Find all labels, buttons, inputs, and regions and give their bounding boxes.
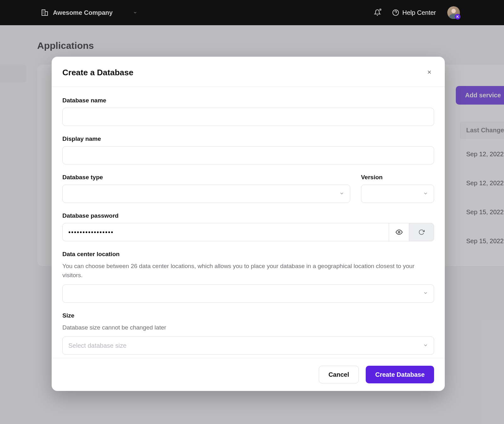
size-label: Size: [62, 312, 434, 319]
svg-point-9: [398, 231, 400, 233]
chevron-down-icon: [423, 190, 428, 198]
size-help-text: Database size cannot be changed later: [62, 323, 434, 332]
modal-footer: Cancel Create Database: [52, 358, 445, 391]
building-icon: [41, 9, 49, 16]
chevron-down-icon: [423, 342, 428, 349]
database-password-input[interactable]: ••••••••••••••••: [62, 223, 389, 241]
field-display-name: Display name: [62, 135, 434, 164]
help-icon: [392, 9, 399, 16]
field-database-type: Database type: [62, 174, 350, 203]
field-data-center-location: Data center location You can choose betw…: [62, 251, 434, 303]
close-button[interactable]: [425, 67, 434, 78]
location-label: Data center location: [62, 251, 434, 258]
cancel-button[interactable]: Cancel: [319, 366, 359, 383]
modal-header: Create a Database: [52, 57, 445, 87]
display-name-input[interactable]: [62, 146, 434, 164]
header-actions: Help Center K: [374, 6, 460, 19]
password-value: ••••••••••••••••: [68, 229, 114, 236]
modal-body: Database name Display name Database type: [52, 87, 445, 358]
chevron-down-icon: [339, 190, 344, 198]
help-center-link[interactable]: Help Center: [392, 9, 436, 16]
notification-dot: [379, 9, 381, 11]
avatar-badge: K: [455, 14, 461, 20]
chevron-down-icon: [423, 290, 428, 297]
svg-rect-1: [45, 12, 48, 15]
location-help-text: You can choose between 26 data center lo…: [62, 261, 434, 280]
user-menu[interactable]: K: [447, 6, 460, 19]
database-name-label: Database name: [62, 97, 434, 104]
chevron-down-icon: [133, 10, 137, 15]
notifications-button[interactable]: [374, 9, 381, 16]
field-version: Version: [361, 174, 434, 203]
create-database-button[interactable]: Create Database: [366, 366, 434, 383]
field-size: Size Database size cannot be changed lat…: [62, 312, 434, 355]
database-type-select[interactable]: [62, 185, 350, 203]
app-header: Awesome Company Help Center K: [0, 0, 504, 25]
modal-title: Create a Database: [62, 68, 133, 77]
database-type-label: Database type: [62, 174, 350, 181]
display-name-label: Display name: [62, 135, 434, 142]
create-database-modal: Create a Database Database name Display …: [52, 57, 445, 391]
close-icon: [427, 69, 432, 75]
version-label: Version: [361, 174, 434, 181]
toggle-password-visibility[interactable]: [389, 223, 409, 241]
field-database-password: Database password ••••••••••••••••: [62, 212, 434, 241]
eye-icon: [396, 229, 403, 236]
refresh-icon: [418, 229, 425, 235]
field-database-name: Database name: [62, 97, 434, 126]
type-version-row: Database type Version: [62, 174, 434, 203]
company-switcher[interactable]: Awesome Company: [41, 9, 137, 16]
company-name: Awesome Company: [53, 9, 113, 16]
location-select[interactable]: [62, 284, 434, 303]
regenerate-password-button[interactable]: [409, 223, 434, 241]
help-center-label: Help Center: [402, 9, 436, 16]
database-password-label: Database password: [62, 212, 434, 219]
size-select[interactable]: Select database size: [62, 336, 434, 355]
size-placeholder: Select database size: [68, 342, 127, 349]
version-select[interactable]: [361, 185, 434, 203]
database-name-input[interactable]: [62, 108, 434, 126]
